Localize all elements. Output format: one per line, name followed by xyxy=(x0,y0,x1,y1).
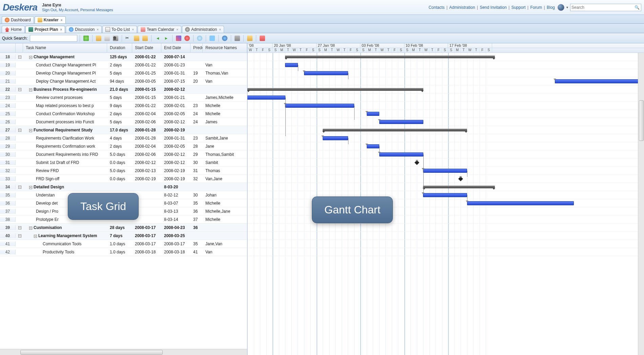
next-button[interactable]: ► xyxy=(162,35,170,42)
table-row[interactable]: 20Develop Change Management Pl5 days2008… xyxy=(0,69,247,77)
myaccount-link[interactable]: My Account xyxy=(59,8,78,12)
clock-button[interactable] xyxy=(196,35,203,42)
table-row[interactable]: 39−−Customisation28 days2008-03-172008-0… xyxy=(0,224,247,232)
search-icon[interactable]: 🔍 xyxy=(634,4,640,11)
columns-button[interactable] xyxy=(234,35,241,42)
vertical-scrollbar[interactable] xyxy=(638,53,644,355)
tab-admin[interactable]: Administration× xyxy=(182,26,224,33)
app-header: Deskera Jane Eyre Sign Out, My Account, … xyxy=(0,0,644,15)
signout-link[interactable]: Sign Out xyxy=(42,8,57,12)
table-row[interactable]: 30Document Requirements into FRD5.0 days… xyxy=(0,150,247,159)
copy-button[interactable] xyxy=(133,35,140,42)
table-row[interactable]: 41Communication Tools1.0 days2008-03-172… xyxy=(0,240,247,248)
col-predecessor[interactable]: Prede xyxy=(190,43,203,53)
col-startdate[interactable]: Start Date xyxy=(132,43,161,53)
blog-link[interactable]: Blog xyxy=(547,5,555,10)
horizontal-scrollbar[interactable] xyxy=(0,349,247,355)
table-row[interactable]: 40−−Learning Management System7 days2008… xyxy=(0,232,247,240)
send-invitation-link[interactable]: Send Invitation xyxy=(480,5,506,10)
tab-dashboard[interactable]: Dashboard xyxy=(2,16,34,23)
table-row[interactable]: 18−−Change Management125 days2008-01-222… xyxy=(0,53,247,61)
table-row[interactable]: 21Deploy Change Management Act94 days200… xyxy=(0,77,247,85)
col-resources[interactable]: Resource Names xyxy=(203,43,247,53)
toolbar: Quick Search: 🗑 ✂ ◄ ► xyxy=(0,33,644,43)
search-input[interactable] xyxy=(571,5,634,10)
col-duration[interactable]: Duration xyxy=(107,43,132,53)
quick-search-label: Quick Search: xyxy=(2,36,27,41)
table-row[interactable]: 19Conduct Change Management Pl2 days2008… xyxy=(0,61,247,69)
home-icon xyxy=(5,27,9,32)
gantt-header: '0820 Jan '0827 Jan '0803 Feb '0810 Feb … xyxy=(247,43,644,53)
plan-icon xyxy=(28,27,33,32)
calendar-icon xyxy=(141,27,145,32)
personal-messages-link[interactable]: Personal Messages xyxy=(80,8,113,12)
table-row[interactable]: 32Review FRD5.0 days2008-02-132008-02-19… xyxy=(0,167,247,175)
tab-discussion[interactable]: Discussion× xyxy=(66,26,102,33)
col-number[interactable] xyxy=(0,43,16,53)
table-row[interactable]: 27−−Functional Requirement Study17.0 day… xyxy=(0,126,247,134)
callout-gantt: Gantt Chart xyxy=(312,196,393,223)
administration-link[interactable]: Administration xyxy=(449,5,475,10)
table-row[interactable]: 42Productivity Tools1.0 days2008-03-1820… xyxy=(0,248,247,256)
quick-search-input[interactable] xyxy=(30,35,77,42)
gantt-body[interactable] xyxy=(247,53,644,355)
discussion-icon xyxy=(69,27,74,32)
callout-task-grid: Task Grid xyxy=(68,193,139,220)
col-enddate[interactable]: End Date xyxy=(161,43,190,53)
table-row[interactable]: 24Map related processes to best p9 days2… xyxy=(0,102,247,110)
close-icon[interactable]: × xyxy=(60,28,62,32)
tab-project-plan[interactable]: Project Plan× xyxy=(25,26,65,33)
close-icon[interactable]: × xyxy=(132,28,134,32)
logo: Deskera xyxy=(3,2,37,13)
user-links: Sign Out, My Account, Personal Messages xyxy=(42,7,113,12)
top-links: Contacts | Administration | Send Invitat… xyxy=(428,5,556,10)
add-button[interactable] xyxy=(95,35,102,42)
chart-button[interactable] xyxy=(175,35,182,42)
refresh-button[interactable] xyxy=(82,35,90,42)
main-tabs: Dashboard Krawler× xyxy=(0,15,644,24)
calendar-button[interactable] xyxy=(259,35,266,42)
tab-todo[interactable]: To-Do List× xyxy=(102,26,137,33)
gantt-pane: '0820 Jan '0827 Jan '0803 Feb '0810 Feb … xyxy=(247,43,644,355)
todo-icon xyxy=(105,27,110,32)
admin-icon xyxy=(185,27,190,32)
grid-header: Task Name Duration Start Date End Date P… xyxy=(0,43,247,53)
globe-icon[interactable] xyxy=(558,4,564,11)
close-icon[interactable]: × xyxy=(219,28,221,32)
table-row[interactable]: 28Requirements Clarification Work4 days2… xyxy=(0,134,247,142)
forum-link[interactable]: Forum xyxy=(530,5,542,10)
username: Jane Eyre xyxy=(42,3,113,7)
table-row[interactable]: 23Review current processes5 days2008-01-… xyxy=(0,93,247,102)
close-icon[interactable]: × xyxy=(61,18,63,22)
cut-button[interactable]: ✂ xyxy=(124,35,132,42)
new-button[interactable] xyxy=(103,35,111,42)
close-icon[interactable]: × xyxy=(176,28,178,32)
export-button[interactable] xyxy=(246,35,254,42)
delete-button[interactable]: 🗑 xyxy=(112,35,119,42)
user-block: Jane Eyre Sign Out, My Account, Personal… xyxy=(42,3,113,12)
info-button[interactable] xyxy=(221,35,228,42)
support-link[interactable]: Support xyxy=(511,5,526,10)
table-row[interactable]: 26Document processes into Functi5 days20… xyxy=(0,118,247,126)
tab-calendar[interactable]: Team Calendar× xyxy=(138,26,181,33)
table-row[interactable]: 25Conduct Confirmation Workshop2 days200… xyxy=(0,110,247,118)
paste-button[interactable] xyxy=(141,35,149,42)
tree-button[interactable] xyxy=(208,35,216,42)
table-row[interactable]: 29Requirements Confirmation work2 days20… xyxy=(0,142,247,150)
prev-button[interactable]: ◄ xyxy=(154,35,161,42)
col-taskname[interactable]: Task Name xyxy=(23,43,107,53)
table-row[interactable]: 33FRD Sign-off0.0 days2008-02-192008-02-… xyxy=(0,175,247,183)
secondary-tabs: Home Project Plan× Discussion× To-Do Lis… xyxy=(0,24,644,33)
table-row[interactable]: 22−−Business Process Re-engineerin21.0 d… xyxy=(0,85,247,93)
table-row[interactable]: 34−−Detailed Design8-03-20 xyxy=(0,183,247,191)
folder-icon xyxy=(38,18,42,22)
dashboard-icon xyxy=(5,18,9,22)
stop-button[interactable] xyxy=(183,35,191,42)
tab-krawler[interactable]: Krawler× xyxy=(35,16,66,23)
global-search[interactable]: 🔍 xyxy=(570,4,641,11)
close-icon[interactable]: × xyxy=(97,28,99,32)
contacts-link[interactable]: Contacts xyxy=(428,5,444,10)
table-row[interactable]: 31Submit 1st Draft of FRD0.0 days2008-02… xyxy=(0,159,247,167)
tab-home[interactable]: Home xyxy=(2,26,25,33)
